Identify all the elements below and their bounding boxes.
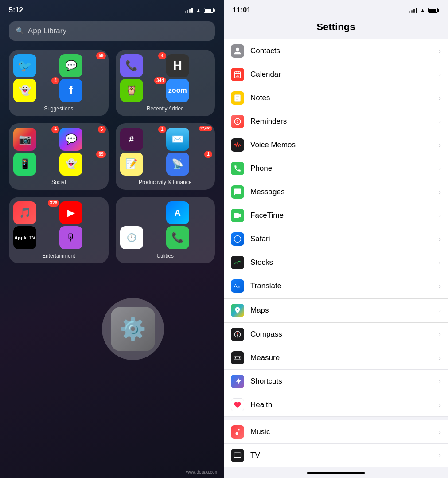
settings-item-reminders[interactable]: Reminders › <box>224 110 448 133</box>
measure-label: Measure <box>250 353 439 362</box>
folder-icon-messenger: 💬 6 <box>59 128 104 151</box>
folder-icon-duolingo: 🦉 344 <box>120 79 164 102</box>
folder-label-social: Social <box>13 179 104 185</box>
folder-social[interactable]: 📷 4 💬 6 📱 👻 69 Social <box>9 123 109 190</box>
signal-icon <box>185 8 193 13</box>
folder-icon-music: 🎵 326 <box>13 201 58 224</box>
stocks-chevron: › <box>439 259 441 266</box>
svg-marker-16 <box>236 237 239 241</box>
voicememos-label: Voice Memos <box>250 141 439 149</box>
settings-item-health[interactable]: Health › <box>224 393 448 417</box>
settings-item-tv[interactable]: TV › <box>224 444 448 467</box>
folder-utilities[interactable]: ⚙️ A 🕛 📞 Utilities <box>116 197 215 263</box>
folder-icon-signal: 📡 1 <box>166 153 210 176</box>
folder-icon-messages: 💬 59 <box>59 54 104 77</box>
folder-icon-appstore: A <box>166 201 210 224</box>
svg-marker-14 <box>239 214 241 218</box>
safari-icon <box>231 232 244 246</box>
notes-chevron: › <box>439 94 441 102</box>
facetime-chevron: › <box>439 212 441 219</box>
phone-label: Phone <box>250 164 439 173</box>
battery-icon-left <box>204 8 215 13</box>
settings-item-music[interactable]: Music › <box>224 420 448 444</box>
spotlight-settings-icon: ⚙️ <box>111 307 155 351</box>
stocks-icon <box>231 256 244 269</box>
settings-item-translate[interactable]: Aあ Translate › <box>224 274 448 298</box>
settings-item-notes[interactable]: Notes › <box>224 86 448 110</box>
settings-item-shortcuts[interactable]: Shortcuts › <box>224 370 448 393</box>
health-chevron: › <box>439 401 441 408</box>
scroll-indicator-area <box>224 467 448 478</box>
health-label: Health <box>250 400 439 409</box>
folder-recently-added[interactable]: 📞 4 H 🦉 344 zoom Recently Added <box>116 50 215 116</box>
app-library-panel: 5:12 ▲ 🔍 App Library <box>0 0 224 478</box>
folder-label-productivity: Productivity & Finance <box>120 179 211 185</box>
calendar-chevron: › <box>439 71 441 78</box>
shortcuts-chevron: › <box>439 378 441 385</box>
wifi-icon-left: ▲ <box>195 7 201 14</box>
reminders-label: Reminders <box>250 117 439 126</box>
spotlight-overlay: ⚙️ <box>102 298 164 360</box>
folder-icon-instagram: 📷 4 <box>13 128 58 151</box>
settings-item-calendar[interactable]: 31 Calendar › <box>224 63 448 86</box>
folder-icon-whatsapp: 📱 <box>13 153 58 176</box>
compass-chevron: › <box>439 331 441 338</box>
svg-marker-21 <box>237 332 238 334</box>
status-bar-left: 5:12 ▲ <box>0 0 224 18</box>
music-label: Music <box>250 427 439 436</box>
svg-rect-13 <box>234 213 239 218</box>
settings-item-measure[interactable]: Measure › <box>224 346 448 370</box>
maps-label: Maps <box>250 306 439 315</box>
music-chevron: › <box>439 428 441 435</box>
folder-icon-podcasts: 🎙 <box>59 226 104 249</box>
measure-icon <box>231 351 244 364</box>
health-icon <box>231 398 244 411</box>
folder-label-suggestions: Suggestions <box>13 106 104 112</box>
messages-label: Messages <box>250 188 439 196</box>
settings-item-phone[interactable]: Phone › <box>224 157 448 180</box>
settings-item-facetime[interactable]: FaceTime › <box>224 204 448 227</box>
notes-label: Notes <box>250 94 439 102</box>
contacts-label: Contacts <box>250 47 439 55</box>
maps-chevron: › <box>439 307 441 314</box>
folder-icon-snapchat2: 👻 69 <box>59 153 104 176</box>
settings-item-compass[interactable]: Compass › <box>224 323 448 346</box>
safari-chevron: › <box>439 235 441 243</box>
settings-item-contacts[interactable]: Contacts › <box>224 39 448 63</box>
folder-icon-phone: 📞 <box>166 226 210 249</box>
folder-icon-clock: 🕛 <box>120 226 164 249</box>
folder-icon-zoom: zoom <box>166 79 210 102</box>
folder-icon-viber: 📞 4 <box>120 54 164 77</box>
settings-item-safari[interactable]: Safari › <box>224 227 448 251</box>
status-icons-left: ▲ <box>185 7 215 14</box>
settings-item-maps[interactable]: Maps › <box>224 298 448 323</box>
folder-icon-mail: ✉️ 17,602 <box>166 128 210 151</box>
folder-entertainment[interactable]: 🎵 326 ▶ Apple TV 🎙 Entertainment <box>9 197 109 263</box>
folder-productivity[interactable]: # 1 ✉️ 17,602 📝 📡 1 Productivity & Finan… <box>116 123 215 190</box>
settings-item-voicememos[interactable]: Voice Memos › <box>224 133 448 157</box>
contacts-chevron: › <box>439 47 441 55</box>
search-icon: 🔍 <box>16 27 24 35</box>
phone-icon <box>231 162 244 175</box>
contacts-icon <box>231 44 244 58</box>
phone-chevron: › <box>439 165 441 172</box>
search-bar[interactable]: 🔍 App Library <box>9 21 215 41</box>
settings-list: Contacts › 31 Calendar › Notes › <box>224 39 448 478</box>
facetime-label: FaceTime <box>250 211 439 220</box>
folder-suggestions[interactable]: 🐦 💬 59 👻 4 f Suggestions <box>9 50 109 116</box>
settings-item-stocks[interactable]: Stocks › <box>224 251 448 274</box>
compass-icon <box>231 328 244 341</box>
battery-icon-right <box>428 8 439 13</box>
messages-icon <box>231 185 244 199</box>
maps-icon <box>231 304 244 317</box>
folder-icon-notes2: 📝 <box>120 153 164 176</box>
settings-item-messages[interactable]: Messages › <box>224 180 448 204</box>
folder-icon-snapchat: 👻 4 <box>13 79 58 102</box>
home-indicator <box>307 472 365 474</box>
voicememos-icon <box>231 138 244 152</box>
folder-label-utilities: Utilities <box>120 253 211 259</box>
watermark: www.deuaq.com <box>186 470 218 474</box>
signal-icon-right <box>409 8 417 13</box>
reminders-chevron: › <box>439 118 441 125</box>
search-bar-label: App Library <box>28 27 66 35</box>
